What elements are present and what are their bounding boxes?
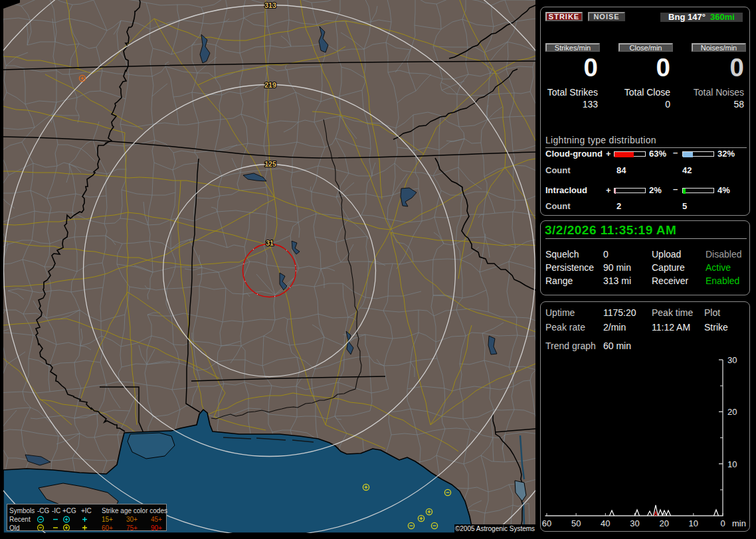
- svg-text:50: 50: [571, 518, 581, 528]
- svg-text:10: 10: [727, 459, 737, 469]
- svg-text:313: 313: [264, 1, 276, 9]
- svg-text:20: 20: [659, 518, 668, 528]
- svg-text:30: 30: [727, 355, 737, 365]
- svg-text:31: 31: [266, 239, 274, 247]
- svg-text:40: 40: [601, 518, 610, 528]
- svg-text:0: 0: [720, 518, 725, 528]
- svg-text:60: 60: [542, 518, 551, 528]
- svg-text:125: 125: [264, 160, 276, 168]
- svg-text:10: 10: [689, 518, 698, 528]
- svg-text:219: 219: [264, 81, 276, 89]
- svg-text:20: 20: [727, 407, 737, 417]
- svg-text:30: 30: [630, 518, 639, 528]
- svg-text:min: min: [732, 518, 746, 528]
